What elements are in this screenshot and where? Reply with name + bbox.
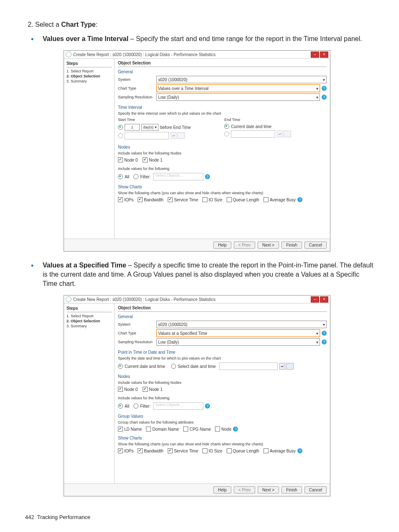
iops-checkbox[interactable] <box>118 197 123 202</box>
include-filter-radio[interactable] <box>133 403 138 409</box>
include-filter-radio[interactable] <box>133 174 138 179</box>
bullet-bold: Values over a Time Interval <box>43 35 128 42</box>
pit-current-radio[interactable] <box>118 364 123 369</box>
app-icon <box>66 51 72 57</box>
calendar-icon[interactable]: ▴▾ <box>279 363 294 370</box>
service-time-checkbox[interactable] <box>168 448 173 453</box>
bullet-specified-time: Values at a Specified Time – Specify a s… <box>43 261 374 288</box>
next-button[interactable]: Next > <box>258 486 279 493</box>
io-size-checkbox[interactable] <box>202 448 207 453</box>
start-unit-select[interactable]: day(s) ▾ <box>141 124 159 131</box>
chevron-down-icon: ▾ <box>316 86 318 91</box>
start-absolute-radio[interactable] <box>118 133 123 138</box>
iops-checkbox[interactable] <box>118 448 123 453</box>
sampling-label: Sampling Resolution <box>118 95 156 99</box>
help-icon[interactable]: ? <box>205 174 210 179</box>
include-all-radio[interactable] <box>118 403 123 409</box>
calendar-icon[interactable]: ▴▾ <box>277 131 291 137</box>
step-2[interactable]: 2. Object Selection <box>66 74 112 78</box>
end-current-radio[interactable] <box>224 124 229 129</box>
pit-label: Point in Time or Date and Time <box>118 350 327 355</box>
start-relative-radio[interactable] <box>118 125 123 130</box>
filter-objects-input[interactable]: Select Objects ... <box>153 173 203 180</box>
pit-date-input[interactable] <box>219 362 278 370</box>
help-icon[interactable]: ? <box>322 339 327 344</box>
include-desc: Include values for the following <box>118 167 327 171</box>
help-icon[interactable]: ? <box>322 331 327 336</box>
finish-button[interactable]: Finish <box>281 486 302 493</box>
prev-button[interactable]: < Prev <box>234 486 255 493</box>
io-size-checkbox[interactable] <box>202 197 207 202</box>
avg-busy-checkbox[interactable] <box>263 197 269 202</box>
before-end-label: before End Time <box>160 125 191 130</box>
domain-name-checkbox[interactable] <box>146 427 151 432</box>
bandwidth-checkbox[interactable] <box>138 197 143 202</box>
nodes-label: Nodes <box>118 145 327 149</box>
chart-type-select[interactable]: Values at a Specified Time▾ <box>156 329 320 337</box>
prev-button[interactable]: < Prev <box>234 242 255 249</box>
show-charts-label: Show Charts <box>118 436 327 440</box>
system-select[interactable]: s020 (1000020)▾ <box>156 76 327 83</box>
window-min-icon[interactable]: – <box>311 51 319 58</box>
help-icon[interactable]: ? <box>233 427 238 432</box>
help-icon[interactable]: ? <box>297 197 302 202</box>
end-current-label: Current date and time <box>231 124 271 129</box>
cancel-button[interactable]: Cancel <box>304 486 327 493</box>
queue-length-checkbox[interactable] <box>227 448 232 453</box>
bullet-bold: Values at a Specified Time <box>43 262 126 269</box>
start-value-input[interactable]: 1 <box>125 124 140 131</box>
avg-busy-checkbox[interactable] <box>263 448 269 453</box>
start-date-input[interactable] <box>125 132 169 139</box>
step-2[interactable]: 2. Object Selection <box>66 319 112 323</box>
section-title: Tracking Performance <box>37 514 90 520</box>
help-button[interactable]: Help <box>213 242 231 249</box>
chevron-down-icon: ▾ <box>323 77 325 82</box>
dialog-title: Create New Report : s020 (1000020) : Log… <box>73 52 310 57</box>
help-icon[interactable]: ? <box>322 95 327 100</box>
sampling-select[interactable]: Low (Daily)▾ <box>156 93 320 101</box>
chevron-down-icon: ▾ <box>323 322 325 327</box>
node-checkbox[interactable] <box>215 427 220 432</box>
step-1[interactable]: 1. Select Report <box>66 314 112 318</box>
include-all-radio[interactable] <box>118 174 123 179</box>
help-icon[interactable]: ? <box>322 86 327 91</box>
cancel-button[interactable]: Cancel <box>304 242 327 249</box>
chart-type-select[interactable]: Values over a Time Interval▾ <box>156 85 320 92</box>
group-values-label: Group Values <box>118 414 327 419</box>
end-absolute-radio[interactable] <box>224 131 229 136</box>
help-button[interactable]: Help <box>213 486 231 493</box>
node1-checkbox[interactable] <box>143 157 148 162</box>
pit-select-radio[interactable] <box>171 364 176 369</box>
system-select[interactable]: s020 (1000020)▾ <box>156 321 327 328</box>
start-time-label: Start Time <box>118 118 191 122</box>
help-icon[interactable]: ? <box>205 403 210 409</box>
instruction-item: Select a Chart Type: <box>35 21 374 28</box>
bandwidth-checkbox[interactable] <box>138 448 143 453</box>
end-date-input[interactable] <box>231 130 275 138</box>
node1-checkbox[interactable] <box>143 387 148 392</box>
window-min-icon[interactable]: – <box>311 296 319 303</box>
finish-button[interactable]: Finish <box>281 242 302 249</box>
calendar-icon[interactable]: ▴▾ <box>171 132 185 139</box>
step-3[interactable]: 3. Summary <box>66 79 112 83</box>
queue-length-checkbox[interactable] <box>227 197 232 202</box>
show-charts-desc: Show the following charts (you can also … <box>118 442 327 446</box>
sampling-select[interactable]: Low (Daily)▾ <box>156 338 320 346</box>
screenshot-specified-time: Create New Report : s020 (1000020) : Log… <box>64 295 330 496</box>
window-close-icon[interactable]: × <box>320 296 328 303</box>
cpg-name-checkbox[interactable] <box>183 427 188 432</box>
next-button[interactable]: Next > <box>258 242 279 249</box>
node0-checkbox[interactable] <box>118 387 123 392</box>
step-1[interactable]: 1. Select Report <box>66 69 112 73</box>
window-close-icon[interactable]: × <box>320 51 328 58</box>
help-icon[interactable]: ? <box>297 448 302 453</box>
nodes-desc: Include values for the following Nodes <box>118 151 327 155</box>
ld-name-checkbox[interactable] <box>118 427 123 432</box>
step-3[interactable]: 3. Summary <box>66 324 112 328</box>
node0-checkbox[interactable] <box>118 157 123 162</box>
system-label: System <box>118 77 156 82</box>
filter-objects-input[interactable]: Select Objects ... <box>153 402 203 410</box>
end-time-label: End Time <box>224 118 291 122</box>
service-time-checkbox[interactable] <box>168 197 173 202</box>
app-icon <box>66 296 72 302</box>
